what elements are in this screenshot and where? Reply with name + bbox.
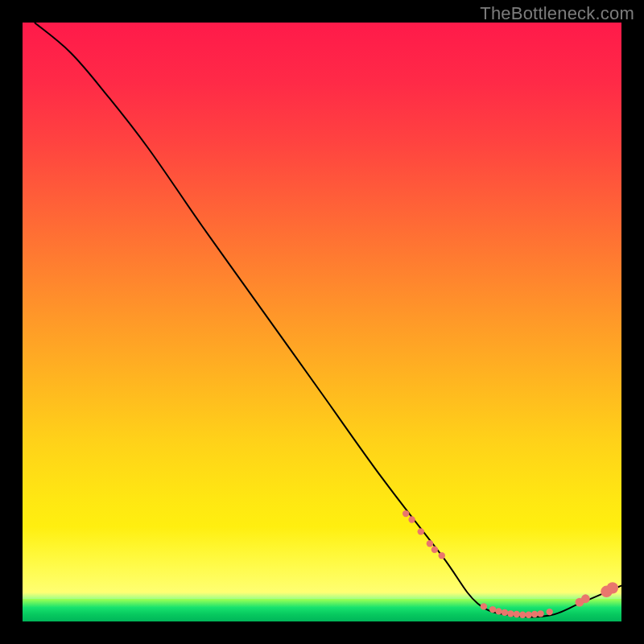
data-point-marker bbox=[402, 510, 409, 517]
chart-svg bbox=[23, 23, 621, 621]
bottleneck-curve bbox=[35, 23, 621, 617]
data-point-marker bbox=[507, 610, 514, 617]
data-point-marker bbox=[408, 516, 415, 522]
data-point-marker bbox=[439, 552, 445, 559]
data-markers bbox=[402, 510, 618, 618]
data-point-marker bbox=[489, 606, 496, 613]
data-point-marker bbox=[481, 603, 487, 609]
data-point-marker bbox=[531, 611, 538, 617]
data-point-marker bbox=[537, 610, 543, 617]
data-point-marker bbox=[502, 609, 508, 616]
data-point-marker bbox=[514, 611, 520, 617]
data-point-marker bbox=[519, 612, 526, 618]
data-point-marker bbox=[525, 612, 531, 618]
data-point-marker bbox=[607, 582, 618, 593]
chart-frame: TheBottleneck.com bbox=[0, 0, 644, 644]
data-point-marker bbox=[581, 594, 590, 603]
data-point-marker bbox=[418, 528, 424, 535]
data-point-marker bbox=[427, 540, 433, 547]
data-point-marker bbox=[495, 608, 502, 614]
plot-area bbox=[23, 23, 621, 621]
data-point-marker bbox=[547, 609, 553, 615]
watermark-text: TheBottleneck.com bbox=[480, 3, 634, 24]
data-point-marker bbox=[431, 547, 438, 553]
